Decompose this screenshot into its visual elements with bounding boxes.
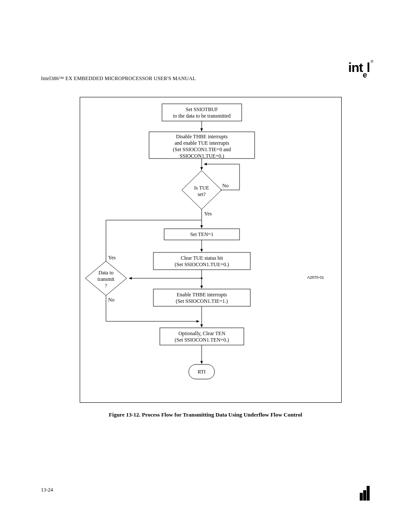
- footer-mark-icon: [360, 486, 370, 501]
- label-yes-2: Yes: [108, 255, 121, 261]
- page-number: 13-24: [41, 487, 53, 493]
- node-clear-tue: Clear TUE status bit(Set SSIOCON1.TUE=0.…: [153, 255, 250, 268]
- terminator-rti: RTI: [189, 369, 215, 375]
- figure-reference-id: A2870-01: [307, 275, 324, 280]
- node-set-ten: Set TEN=1: [164, 231, 240, 238]
- decision-tue-set: Is TUEset?: [182, 185, 221, 198]
- logo-text-3: l: [367, 60, 370, 75]
- label-yes-1: Yes: [204, 211, 217, 217]
- decision-data-tx: Data totransmit?: [85, 270, 127, 289]
- figure-caption: Figure 13-12. Process Flow for Transmitt…: [0, 411, 411, 418]
- label-no-1: No: [222, 183, 235, 189]
- logo-reg: ®: [371, 59, 373, 64]
- label-no-2: No: [108, 297, 121, 303]
- page: intel® Intel386™ EX EMBEDDED MICROPROCES…: [0, 0, 411, 532]
- node-enable-thbe: Enable THBE interrupts(Set SSIOCON1.TIE=…: [153, 292, 250, 305]
- node-set-buffer: Set SSIOTBUFto the data to be transmitte…: [162, 106, 242, 119]
- flowchart-frame: Set SSIOTBUFto the data to be transmitte…: [80, 97, 342, 403]
- node-disable-thbe: Disable THBE interruptsand enable TUE in…: [149, 134, 255, 159]
- logo-text-2: e: [363, 71, 367, 79]
- logo-text-1: int: [348, 60, 363, 75]
- header-section: Intel386™ EX EMBEDDED MICROPROCESSOR USE…: [41, 75, 196, 82]
- intel-logo: intel®: [348, 60, 372, 77]
- node-clear-ten: Optionally, Clear TEN(Set SSIOCON1.TEN=0…: [160, 330, 244, 343]
